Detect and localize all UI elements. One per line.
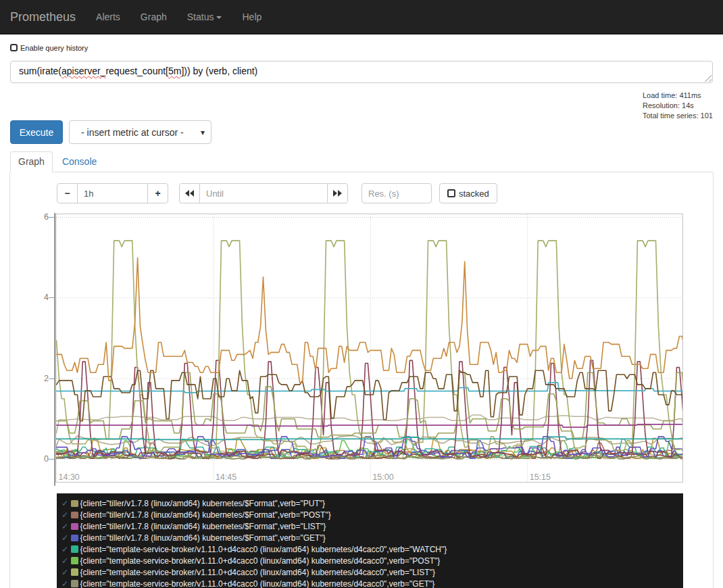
legend-series-label[interactable]: {client="tiller/v1.7.8 (linux/amd64) kub… bbox=[80, 522, 326, 531]
nav-item-status: Status bbox=[177, 0, 232, 34]
eval-stat-line: Total time series: 101 bbox=[643, 111, 713, 121]
legend-check-icon[interactable]: ✓ bbox=[61, 499, 70, 508]
legend-color-swatch bbox=[71, 523, 78, 531]
brand-prometheus[interactable]: Prometheus bbox=[0, 0, 86, 34]
legend-row: ✓{client="tiller/v1.7.8 (linux/amd64) ku… bbox=[57, 509, 683, 520]
query-text: sum(irate( bbox=[19, 66, 61, 76]
legend-series-label[interactable]: {client="tiller/v1.7.8 (linux/amd64) kub… bbox=[80, 499, 326, 508]
enable-query-history-label[interactable]: Enable query history bbox=[20, 44, 88, 52]
query-expression-input[interactable]: sum(irate(apiserver_request_count[5m])) … bbox=[10, 61, 713, 83]
legend-series-label[interactable]: {client="template-service-broker/v1.11.0… bbox=[80, 568, 435, 577]
query-text-misspelled: 5m bbox=[168, 66, 181, 76]
legend-color-swatch bbox=[71, 568, 78, 576]
legend-check-icon[interactable]: ✓ bbox=[61, 580, 70, 588]
query-text: ])) by (verb, client) bbox=[181, 66, 257, 76]
nav-item-graph: Graph bbox=[130, 0, 177, 34]
legend-row: ✓{client="tiller/v1.7.8 (linux/amd64) ku… bbox=[57, 520, 683, 532]
graph-panel: − + stacked ✓{client="tiller/v1.7.8 (lin… bbox=[9, 172, 714, 588]
resize-grip-icon[interactable] bbox=[703, 74, 712, 82]
forward-time-button[interactable] bbox=[327, 183, 348, 203]
nav-link-graph[interactable]: Graph bbox=[130, 0, 177, 34]
legend-series-label[interactable]: {client="tiller/v1.7.8 (linux/amd64) kub… bbox=[80, 510, 331, 520]
tab-graph[interactable]: Graph bbox=[10, 151, 53, 172]
stacked-toggle-button[interactable]: stacked bbox=[439, 183, 497, 203]
nav-item-help: Help bbox=[232, 0, 272, 34]
stacked-checkbox-icon bbox=[447, 189, 455, 197]
grow-range-button[interactable]: + bbox=[147, 183, 168, 203]
insert-metric-select[interactable]: - insert metric at cursor - ▾ bbox=[69, 120, 211, 144]
legend-check-icon[interactable]: ✓ bbox=[61, 557, 70, 565]
resolution-input[interactable] bbox=[362, 183, 432, 203]
legend-check-icon[interactable]: ✓ bbox=[61, 511, 70, 519]
timeseries-chart[interactable] bbox=[55, 214, 683, 483]
legend-color-swatch bbox=[71, 580, 78, 587]
select-caret-icon: ▾ bbox=[201, 128, 205, 137]
query-actions-row: Execute - insert metric at cursor - ▾ bbox=[10, 120, 713, 144]
legend-color-swatch bbox=[71, 512, 78, 519]
shrink-range-button[interactable]: − bbox=[57, 183, 78, 203]
forward-icon bbox=[333, 190, 342, 197]
legend-row: ✓{client="template-service-broker/v1.11.… bbox=[57, 566, 683, 578]
caret-down-icon bbox=[216, 16, 222, 19]
backward-icon bbox=[185, 190, 194, 197]
legend-check-icon[interactable]: ✓ bbox=[61, 522, 70, 531]
y-axis-tick-label: 4 bbox=[32, 293, 49, 302]
navbar: Prometheus AlertsGraphStatusHelp bbox=[0, 0, 723, 34]
query-text-misspelled: apiserver_ bbox=[61, 66, 105, 76]
y-axis-tick-label: 0 bbox=[32, 454, 49, 464]
chart-frame bbox=[56, 214, 683, 482]
legend-series-label[interactable]: {client="template-service-broker/v1.11.0… bbox=[80, 556, 441, 566]
y-axis-tick-label: 6 bbox=[32, 212, 49, 222]
series-orange-noisy bbox=[57, 258, 684, 383]
legend-series-label[interactable]: {client="template-service-broker/v1.11.0… bbox=[80, 545, 447, 554]
y-axis-tick-mark bbox=[49, 217, 54, 218]
enable-query-history-checkbox[interactable] bbox=[10, 44, 18, 51]
tab-console[interactable]: Console bbox=[54, 151, 105, 172]
range-input-group: − + bbox=[57, 183, 168, 203]
series-sand-high bbox=[57, 414, 684, 433]
y-axis-tick-label: 2 bbox=[32, 374, 49, 383]
chart-legend: ✓{client="tiller/v1.7.8 (linux/amd64) ku… bbox=[57, 493, 683, 588]
y-axis-tick-mark bbox=[49, 459, 54, 460]
eval-stat-line: Load time: 411ms bbox=[643, 91, 713, 101]
until-input[interactable] bbox=[199, 183, 328, 203]
legend-color-swatch bbox=[71, 535, 78, 542]
legend-color-swatch bbox=[71, 545, 78, 553]
insert-metric-select-value: - insert metric at cursor - bbox=[81, 127, 184, 138]
nav-link-status[interactable]: Status bbox=[177, 0, 232, 34]
query-history-row: Enable query history bbox=[10, 43, 713, 53]
query-text: request_count[ bbox=[105, 66, 168, 76]
navbar-menu: AlertsGraphStatusHelp bbox=[86, 0, 272, 34]
legend-color-swatch bbox=[71, 557, 78, 564]
legend-check-icon[interactable]: ✓ bbox=[61, 545, 70, 554]
y-axis-tick-mark bbox=[49, 378, 54, 379]
stacked-label: stacked bbox=[459, 189, 489, 199]
tabs: GraphConsole bbox=[10, 151, 713, 172]
legend-row: ✓{client="tiller/v1.7.8 (linux/amd64) ku… bbox=[57, 498, 683, 510]
legend-series-label[interactable]: {client="tiller/v1.7.8 (linux/amd64) kub… bbox=[80, 533, 326, 543]
graph-controls: − + stacked bbox=[57, 183, 497, 203]
nav-item-alerts: Alerts bbox=[86, 0, 130, 34]
legend-check-icon[interactable]: ✓ bbox=[61, 568, 70, 577]
series-magenta-flat bbox=[57, 424, 684, 426]
legend-row: ✓{client="template-service-broker/v1.11.… bbox=[57, 543, 683, 555]
legend-check-icon[interactable]: ✓ bbox=[61, 534, 70, 542]
legend-series-label[interactable]: {client="template-service-broker/v1.11.0… bbox=[80, 579, 435, 588]
legend-row: ✓{client="template-service-broker/v1.11.… bbox=[57, 555, 683, 566]
rewind-time-button[interactable] bbox=[179, 183, 200, 203]
nav-link-help[interactable]: Help bbox=[232, 0, 272, 34]
legend-row: ✓{client="tiller/v1.7.8 (linux/amd64) ku… bbox=[57, 532, 683, 543]
time-input-group bbox=[179, 183, 348, 203]
range-input[interactable] bbox=[77, 183, 148, 203]
page-content: Enable query history sum(irate(apiserver… bbox=[0, 43, 723, 172]
legend-row: ✓{client="template-service-broker/v1.11.… bbox=[57, 578, 683, 588]
nav-link-alerts[interactable]: Alerts bbox=[86, 0, 130, 34]
eval-stats: Load time: 411msResolution: 14sTotal tim… bbox=[643, 91, 713, 121]
execute-button[interactable]: Execute bbox=[10, 120, 63, 144]
legend-color-swatch bbox=[71, 500, 78, 508]
eval-stat-line: Resolution: 14s bbox=[643, 101, 713, 111]
y-axis-tick-mark bbox=[49, 297, 54, 298]
